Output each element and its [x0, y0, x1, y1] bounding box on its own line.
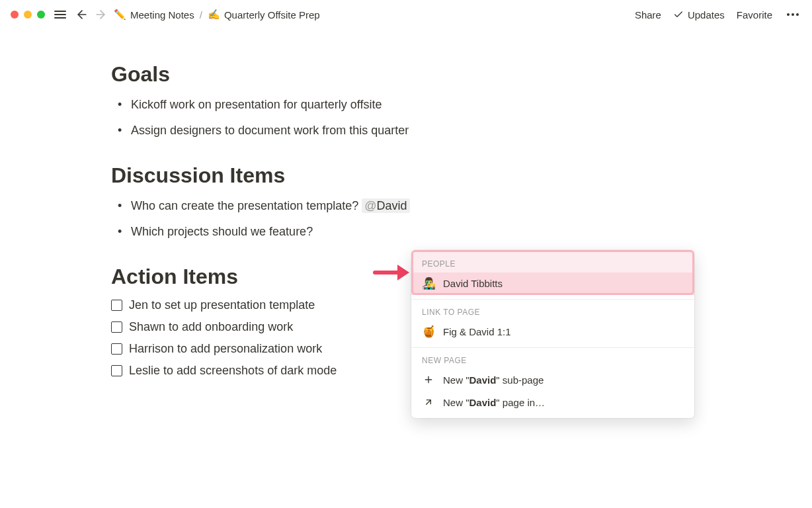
- popup-link-page-title: Fig & David 1:1: [443, 326, 511, 337]
- close-window-icon[interactable]: [11, 11, 19, 19]
- plus-icon: [422, 373, 435, 386]
- breadcrumb-separator: /: [200, 9, 202, 21]
- popup-new-page-in-label: New "David" page in…: [443, 397, 545, 408]
- list-item[interactable]: Which projects should we feature?: [111, 223, 503, 241]
- mention-popup: People 👨‍🎤 David Tibbitts Link to page 🍯…: [411, 250, 694, 418]
- forward-arrow-icon: [94, 8, 107, 21]
- svg-line-6: [426, 400, 431, 405]
- mention-chip[interactable]: @David: [362, 198, 409, 213]
- checkbox[interactable]: [111, 321, 122, 333]
- popup-people-section: People 👨‍🎤 David Tibbitts: [411, 250, 694, 295]
- breadcrumb: ✏️ Meeting Notes / ✍️ Quarterly Offsite …: [114, 9, 320, 21]
- popup-section-label-newpage: New page: [411, 348, 694, 369]
- list-item[interactable]: Who can create the presentation template…: [111, 197, 503, 215]
- more-menu-icon[interactable]: [784, 11, 801, 19]
- popup-link-page-item[interactable]: 🍯 Fig & David 1:1: [411, 321, 694, 343]
- back-arrow-icon[interactable]: [75, 8, 89, 21]
- share-button[interactable]: Share: [635, 9, 661, 21]
- popup-new-subpage-label: New "David" sub-page: [443, 374, 544, 386]
- popup-section-label-people: People: [411, 250, 694, 273]
- heading-goals[interactable]: Goals: [111, 62, 503, 87]
- nav-arrows: [75, 8, 107, 21]
- action-item-text: Leslie to add screenshots of dark mode: [129, 364, 337, 378]
- heading-discussion[interactable]: Discussion Items: [111, 163, 503, 188]
- checkbox[interactable]: [111, 300, 122, 311]
- breadcrumb-parent-emoji-icon: ✏️: [114, 9, 126, 21]
- action-item-text: Jen to set up presentation template: [129, 298, 315, 312]
- minimize-window-icon[interactable]: [24, 11, 32, 19]
- person-avatar-icon: 👨‍🎤: [422, 276, 435, 290]
- top-actions: Share Updates Favorite: [635, 9, 801, 21]
- arrow-up-right-icon: [422, 396, 435, 409]
- breadcrumb-current-label: Quarterly Offsite Prep: [224, 9, 320, 21]
- updates-label: Updates: [688, 9, 725, 21]
- mention-at-symbol: @: [364, 199, 376, 212]
- popup-section-label-link: Link to page: [411, 300, 694, 321]
- breadcrumb-current[interactable]: ✍️ Quarterly Offsite Prep: [208, 9, 320, 21]
- list-item[interactable]: Kickoff work on presentation for quarter…: [111, 96, 503, 114]
- updates-button[interactable]: Updates: [673, 9, 725, 21]
- breadcrumb-current-emoji-icon: ✍️: [208, 9, 220, 21]
- action-item-text: Harrison to add personalization work: [129, 342, 322, 356]
- sidebar-toggle-icon[interactable]: [54, 11, 66, 19]
- favorite-button[interactable]: Favorite: [737, 9, 772, 21]
- maximize-window-icon[interactable]: [37, 11, 45, 19]
- goals-list: Kickoff work on presentation for quarter…: [111, 96, 503, 140]
- breadcrumb-parent[interactable]: ✏️ Meeting Notes: [114, 9, 194, 21]
- discussion-list: Who can create the presentation template…: [111, 197, 503, 241]
- list-item[interactable]: Assign designers to document work from t…: [111, 122, 503, 140]
- popup-person-name: David Tibbitts: [443, 278, 503, 289]
- page-emoji-icon: 🍯: [422, 325, 435, 338]
- popup-person-item[interactable]: 👨‍🎤 David Tibbitts: [411, 273, 694, 295]
- topbar: ✏️ Meeting Notes / ✍️ Quarterly Offsite …: [0, 0, 812, 29]
- discussion-item-text: Who can create the presentation template…: [131, 199, 362, 212]
- window-controls: [11, 11, 45, 19]
- checkbox[interactable]: [111, 343, 122, 355]
- checkbox[interactable]: [111, 365, 122, 376]
- popup-new-page-in-item[interactable]: New "David" page in…: [411, 392, 694, 418]
- action-item-text: Shawn to add onboarding work: [129, 320, 293, 334]
- check-icon: [673, 9, 684, 20]
- mention-name: David: [377, 199, 407, 212]
- breadcrumb-parent-label: Meeting Notes: [130, 9, 194, 21]
- popup-new-subpage-item[interactable]: New "David" sub-page: [411, 369, 694, 392]
